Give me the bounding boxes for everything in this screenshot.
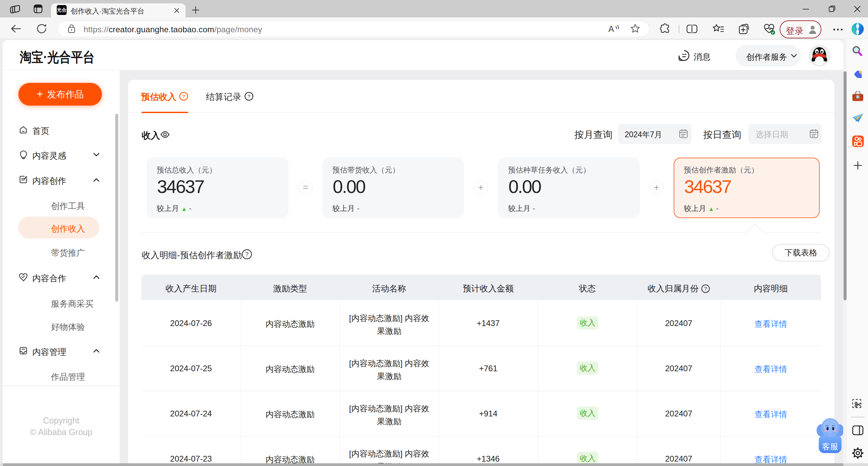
svg-text:?: ? — [182, 93, 185, 99]
svg-text:?: ? — [704, 286, 707, 291]
svg-text:?: ? — [247, 93, 250, 99]
svg-text:A: A — [608, 24, 614, 34]
svg-text:?: ? — [245, 251, 248, 258]
